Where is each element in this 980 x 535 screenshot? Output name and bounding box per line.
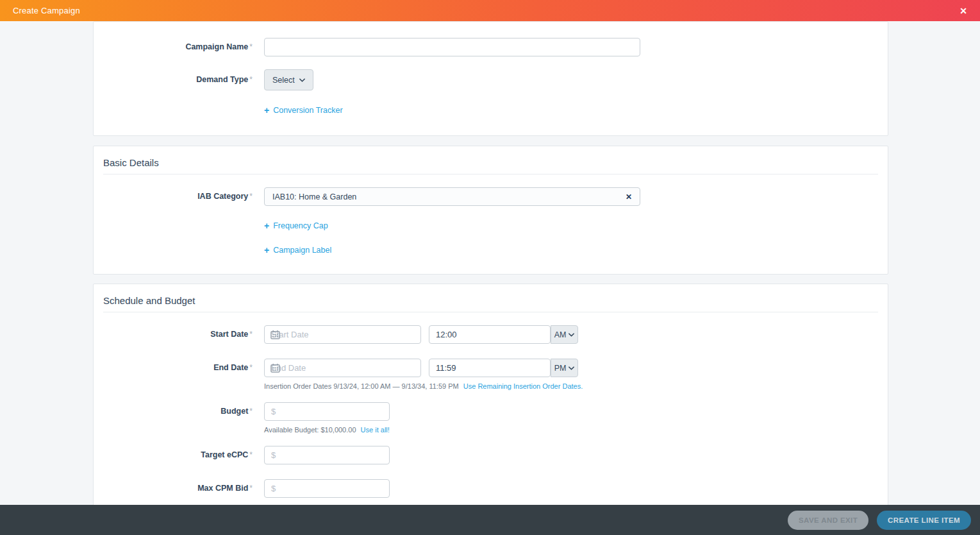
target-ecpc-label: Target eCPC* — [103, 450, 253, 460]
end-time-input[interactable] — [429, 359, 551, 377]
campaign-info-card: Campaign Name* Demand Type* Select + Con… — [93, 21, 888, 136]
page-title: Create Campaign — [13, 6, 80, 15]
campaign-name-label: Campaign Name* — [103, 42, 253, 52]
required-asterisk: * — [249, 330, 253, 339]
demand-type-label: Demand Type* — [103, 75, 253, 85]
save-and-exit-button[interactable]: SAVE AND EXIT — [788, 511, 868, 530]
required-asterisk: * — [249, 450, 253, 459]
start-date-label: Start Date* — [103, 330, 253, 339]
demand-type-select[interactable]: Select — [264, 69, 313, 90]
basic-details-heading: Basic Details — [103, 157, 878, 168]
start-date-input[interactable] — [264, 325, 421, 344]
basic-details-card: Basic Details IAB Category* IAB10: Home … — [93, 146, 888, 275]
required-asterisk: * — [249, 484, 253, 493]
max-cpm-bid-row: Max CPM Bid* — [103, 479, 878, 498]
budget-row: Budget* — [103, 402, 878, 421]
chevron-down-icon — [569, 366, 574, 370]
remove-icon[interactable]: ✕ — [626, 192, 632, 201]
required-asterisk: * — [249, 407, 253, 416]
available-budget-note: Available Budget: $10,000.00 Use it all! — [264, 426, 878, 434]
end-date-row: End Date* PM — [103, 359, 878, 377]
campaign-name-row: Campaign Name* — [103, 38, 878, 56]
modal-header: Create Campaign ✕ — [0, 0, 980, 21]
section-divider — [103, 312, 878, 312]
end-meridiem-select[interactable]: PM — [551, 359, 578, 377]
insertion-order-note: Insertion Order Dates 9/13/24, 12:00 AM … — [264, 382, 878, 390]
schedule-budget-card: Schedule and Budget Start Date* — [93, 284, 888, 505]
add-campaign-label-link[interactable]: + Campaign Label — [264, 246, 331, 255]
section-divider — [103, 174, 878, 174]
campaign-name-input[interactable] — [264, 38, 640, 56]
target-ecpc-row: Target eCPC* — [103, 446, 878, 464]
use-it-all-link[interactable]: Use it all! — [361, 426, 390, 434]
start-meridiem-select[interactable]: AM — [551, 325, 578, 344]
schedule-budget-heading: Schedule and Budget — [103, 295, 878, 306]
target-ecpc-input[interactable] — [264, 446, 390, 464]
end-date-input[interactable] — [264, 359, 421, 377]
iab-category-value: IAB10: Home & Garden — [272, 192, 356, 201]
required-asterisk: * — [249, 192, 253, 201]
close-icon[interactable]: ✕ — [957, 4, 970, 18]
end-date-label: End Date* — [103, 363, 253, 373]
max-cpm-bid-input[interactable] — [264, 479, 390, 498]
iab-category-label: IAB Category* — [103, 192, 253, 201]
iab-category-field[interactable]: IAB10: Home & Garden ✕ — [264, 187, 640, 206]
start-time-input[interactable] — [429, 325, 551, 344]
calendar-icon — [270, 363, 280, 373]
calendar-icon — [270, 330, 280, 339]
use-insertion-order-dates-link[interactable]: Use Remaining Insertion Order Dates. — [463, 382, 583, 390]
iab-category-row: IAB Category* IAB10: Home & Garden ✕ — [103, 187, 878, 206]
budget-input[interactable] — [264, 402, 390, 421]
chevron-down-icon — [569, 333, 574, 337]
required-asterisk: * — [249, 363, 253, 372]
modal-body: Campaign Name* Demand Type* Select + Con… — [0, 21, 980, 505]
plus-icon: + — [264, 246, 269, 255]
budget-label: Budget* — [103, 407, 253, 416]
required-asterisk: * — [249, 75, 253, 84]
max-cpm-bid-label: Max CPM Bid* — [103, 484, 253, 493]
chevron-down-icon — [299, 78, 305, 82]
modal-footer: SAVE AND EXIT CREATE LINE ITEM — [0, 505, 980, 535]
create-line-item-button[interactable]: CREATE LINE ITEM — [877, 511, 971, 530]
add-frequency-cap-link[interactable]: + Frequency Cap — [264, 221, 328, 230]
plus-icon: + — [264, 106, 269, 115]
start-date-row: Start Date* AM — [103, 325, 878, 344]
demand-type-row: Demand Type* Select — [103, 69, 878, 90]
plus-icon: + — [264, 221, 269, 230]
required-asterisk: * — [249, 42, 253, 51]
add-conversion-tracker-link[interactable]: + Conversion Tracker — [264, 106, 343, 115]
